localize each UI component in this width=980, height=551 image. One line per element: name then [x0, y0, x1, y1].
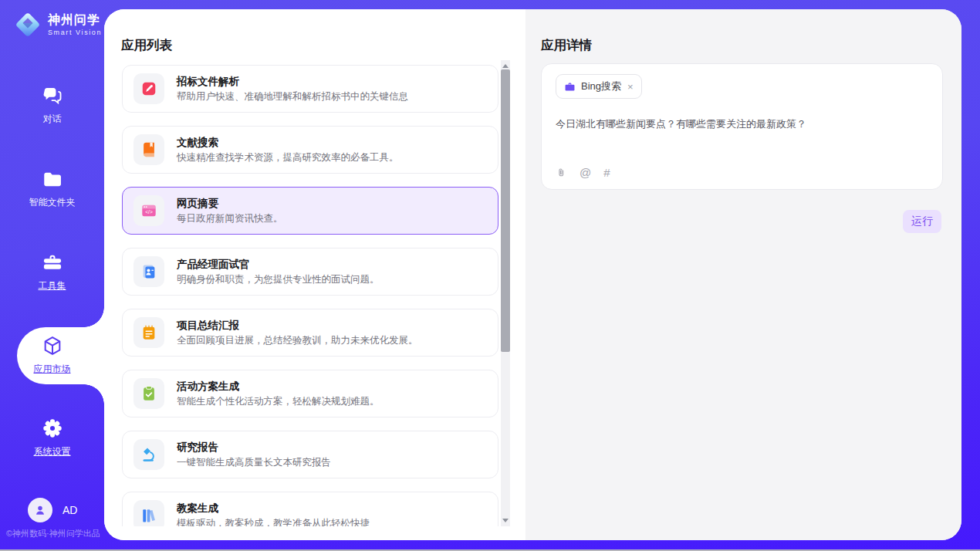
app-list-panel: 应用列表 招标文件解析 帮助用户快速、准确地理解和解析招标书中的关键信息 文献搜… [104, 9, 525, 540]
app-card-title: 网页摘要 [177, 198, 283, 209]
app-card-description: 每日政府新闻资讯快查。 [177, 214, 283, 224]
prompt-card[interactable]: Bing搜索 × 今日湖北有哪些新闻要点？有哪些需要关注的最新政策？ @ # [541, 63, 943, 190]
sidebar: 神州问学 Smart Vision 对话 智能文件夹 工具集 应用市场 系统设置… [0, 0, 104, 549]
scrollbar-thumb[interactable] [501, 69, 510, 352]
app-card-title: 产品经理面试官 [177, 259, 380, 270]
app-card-description: 帮助用户快速、准确地理解和解析招标书中的关键信息 [177, 92, 408, 102]
attachment-icon[interactable] [556, 167, 567, 178]
scrollbar-up-arrow-icon[interactable] [502, 64, 509, 68]
user-initials: AD [63, 504, 77, 516]
brand-subtitle: Smart Vision [48, 29, 102, 36]
run-button[interactable]: 运行 [903, 210, 941, 233]
sidebar-item-system-settings[interactable]: 系统设置 [0, 417, 104, 458]
brand-diamond-icon [12, 9, 43, 40]
app-card-bid-analysis[interactable]: 招标文件解析 帮助用户快速、准确地理解和解析招标书中的关键信息 [122, 65, 498, 113]
interview-icon [133, 256, 164, 287]
app-detail-panel: 应用详情 Bing搜索 × 今日湖北有哪些新闻要点？有哪些需要关注的最新政策？ … [525, 9, 961, 540]
app-card-description: 全面回顾项目进展，总结经验教训，助力未来优化发展。 [177, 336, 418, 346]
copyright-footer: ©神州数码·神州问学出品 [6, 528, 100, 539]
app-card-description: 一键智能生成高质量长文本研究报告 [177, 458, 331, 468]
edit-icon [133, 73, 164, 104]
books-icon [133, 500, 164, 526]
app-card-description: 快速精准查找学术资源，提高研究效率的必备工具。 [177, 153, 399, 163]
cube-icon [42, 346, 63, 359]
tool-tag-label: Bing搜索 [581, 79, 621, 93]
sidebar-item-smart-folder[interactable]: 智能文件夹 [0, 168, 104, 209]
mention-icon[interactable]: @ [580, 166, 591, 179]
folder-icon [42, 179, 63, 192]
tag-close-icon[interactable]: × [627, 81, 634, 93]
prompt-toolbar: @ # [556, 166, 610, 179]
app-window: 神州问学 Smart Vision 对话 智能文件夹 工具集 应用市场 系统设置… [0, 0, 980, 549]
hashtag-icon[interactable]: # [603, 166, 610, 179]
scrollbar-down-arrow-icon[interactable] [502, 519, 509, 522]
user-row[interactable]: AD [28, 498, 77, 522]
app-card-pm-interviewer[interactable]: 产品经理面试官 明确身份和职责，为您提供专业性的面试问题。 [122, 248, 498, 296]
app-card-description: 明确身份和职责，为您提供专业性的面试问题。 [177, 275, 380, 285]
prompt-text[interactable]: 今日湖北有哪些新闻要点？有哪些需要关注的最新政策？ [556, 117, 928, 131]
app-card-project-summary[interactable]: 项目总结汇报 全面回顾项目进展，总结经验教训，助力未来优化发展。 [122, 309, 498, 357]
app-card-web-summary[interactable]: </> 网页摘要 每日政府新闻资讯快查。 [122, 187, 498, 235]
app-list: 招标文件解析 帮助用户快速、准确地理解和解析招标书中的关键信息 文献搜索 快速精… [122, 65, 498, 526]
app-card-activity-plan[interactable]: 活动方案生成 智能生成个性化活动方案，轻松解决规划难题。 [122, 370, 498, 417]
sidebar-item-chat[interactable]: 对话 [0, 85, 104, 126]
app-card-literature-search[interactable]: 文献搜索 快速精准查找学术资源，提高研究效率的必备工具。 [122, 126, 498, 174]
app-card-description: 智能生成个性化活动方案，轻松解决规划难题。 [177, 397, 380, 407]
browser-code-icon: </> [133, 195, 164, 226]
tool-tag-bing-search[interactable]: Bing搜索 × [556, 74, 642, 99]
sidebar-item-app-market[interactable]: 应用市场 [0, 335, 104, 376]
app-card-title: 项目总结汇报 [177, 320, 418, 331]
brand-name: 神州问学 [48, 13, 102, 27]
brand-logo: 神州问学 Smart Vision [12, 9, 102, 40]
app-list-scrollbar[interactable] [501, 60, 510, 526]
app-list-title: 应用列表 [121, 37, 172, 54]
app-card-title: 研究报告 [177, 442, 331, 453]
app-card-research-report[interactable]: 研究报告 一键智能生成高质量长文本研究报告 [122, 431, 498, 478]
app-detail-title: 应用详情 [541, 37, 592, 54]
app-card-title: 文献搜索 [177, 137, 399, 148]
chat-icon [42, 96, 63, 109]
app-card-title: 招标文件解析 [177, 76, 408, 87]
app-card-title: 教案生成 [177, 503, 370, 514]
notepad-icon [133, 317, 164, 348]
briefcase-icon [564, 81, 576, 93]
gear-icon [42, 428, 63, 441]
sidebar-item-toolbox[interactable]: 工具集 [0, 252, 104, 292]
app-card-title: 活动方案生成 [177, 381, 380, 392]
svg-text:</>: </> [145, 209, 153, 215]
toolbox-icon [42, 262, 63, 276]
microscope-icon [133, 439, 164, 470]
app-card-description: 模板驱动，教案秒成，教学准备从此轻松快捷 [177, 519, 370, 526]
clipboard-icon [133, 378, 164, 409]
book-icon [133, 134, 164, 165]
app-card-lesson-plan[interactable]: 教案生成 模板驱动，教案秒成，教学准备从此轻松快捷 [122, 492, 498, 526]
main-content: 应用列表 招标文件解析 帮助用户快速、准确地理解和解析招标书中的关键信息 文献搜… [104, 9, 961, 540]
avatar[interactable] [28, 498, 52, 522]
